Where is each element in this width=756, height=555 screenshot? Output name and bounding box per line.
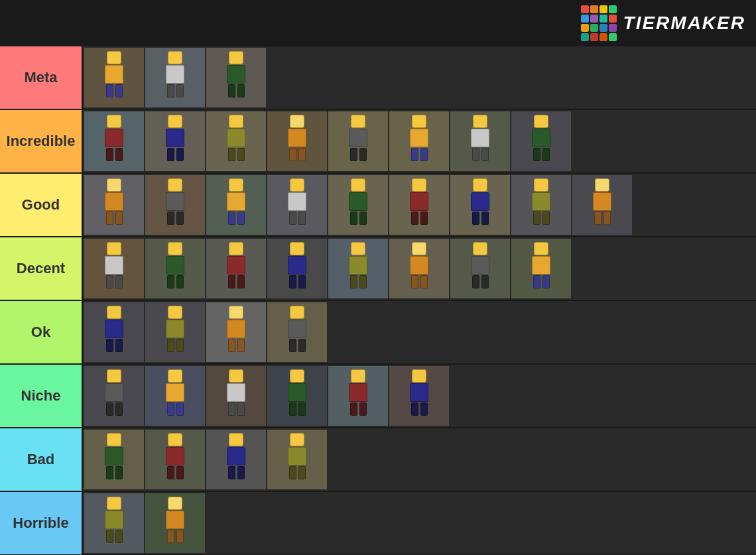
roblox-character: [334, 115, 383, 168]
list-item[interactable]: [389, 111, 449, 171]
list-item[interactable]: [328, 175, 388, 235]
roblox-character: [90, 178, 139, 231]
list-item[interactable]: [206, 175, 266, 235]
roblox-character: [151, 178, 200, 231]
list-item[interactable]: [145, 48, 205, 107]
list-item[interactable]: [206, 239, 266, 298]
list-item[interactable]: [267, 366, 327, 426]
list-item[interactable]: [511, 239, 571, 298]
list-item[interactable]: [84, 493, 144, 553]
roblox-character: [517, 115, 566, 168]
tier-label-bad: Bad: [0, 428, 83, 491]
roblox-character: [395, 242, 444, 295]
tier-label-niche: Niche: [0, 365, 83, 427]
list-item[interactable]: [145, 111, 205, 171]
roblox-character: [212, 306, 261, 359]
list-item[interactable]: [328, 239, 388, 298]
list-item[interactable]: [145, 366, 205, 426]
list-item[interactable]: [84, 430, 144, 489]
tier-row-good: Good: [0, 174, 756, 237]
roblox-character: [90, 115, 139, 168]
list-item[interactable]: [84, 175, 144, 235]
list-item[interactable]: [389, 239, 449, 298]
tier-label-horrible: Horrible: [0, 492, 83, 554]
list-item[interactable]: [389, 366, 449, 426]
roblox-character: [273, 306, 322, 359]
list-item[interactable]: [145, 239, 205, 298]
roblox-character: [212, 242, 261, 295]
list-item[interactable]: [572, 175, 632, 235]
tier-items-decent: [83, 237, 756, 300]
roblox-character: [395, 178, 444, 231]
roblox-character: [273, 178, 322, 231]
roblox-character: [151, 369, 200, 422]
tier-label-ok: Ok: [0, 301, 83, 363]
tier-row-meta: Meta: [0, 46, 756, 110]
roblox-character: [456, 242, 505, 295]
list-item[interactable]: [328, 111, 388, 171]
roblox-character: [212, 115, 261, 168]
list-item[interactable]: [206, 48, 266, 107]
roblox-character: [273, 242, 322, 295]
tier-label-meta: Meta: [0, 46, 83, 109]
roblox-character: [334, 369, 383, 422]
roblox-character: [90, 497, 139, 550]
roblox-character: [151, 242, 200, 295]
list-item[interactable]: [450, 175, 510, 235]
list-item[interactable]: [84, 111, 144, 171]
roblox-character: [395, 369, 444, 422]
list-item[interactable]: [145, 302, 205, 362]
list-item[interactable]: [389, 175, 449, 235]
list-item[interactable]: [145, 493, 205, 553]
roblox-character: [273, 115, 322, 168]
roblox-character: [151, 51, 200, 104]
list-item[interactable]: [84, 239, 144, 298]
list-item[interactable]: [450, 239, 510, 298]
tier-items-horrible: [83, 492, 756, 554]
header: TiERMAKER: [0, 0, 756, 46]
logo-grid: [581, 5, 617, 41]
list-item[interactable]: [206, 111, 266, 171]
list-item[interactable]: [511, 111, 571, 171]
roblox-character: [334, 178, 383, 231]
roblox-character: [273, 433, 322, 486]
list-item[interactable]: [206, 302, 266, 362]
tier-row-ok: Ok: [0, 301, 756, 365]
list-item[interactable]: [145, 430, 205, 489]
list-item[interactable]: [267, 430, 327, 489]
list-item[interactable]: [84, 366, 144, 426]
list-item[interactable]: [206, 430, 266, 489]
tier-items-niche: [83, 365, 756, 427]
tier-row-decent: Decent: [0, 237, 756, 301]
tier-label-good: Good: [0, 174, 83, 236]
roblox-character: [151, 306, 200, 359]
roblox-character: [90, 306, 139, 359]
roblox-character: [456, 115, 505, 168]
list-item[interactable]: [267, 175, 327, 235]
list-item[interactable]: [84, 302, 144, 362]
roblox-character: [90, 369, 139, 422]
list-item[interactable]: [206, 366, 266, 426]
tier-label-incredible: Incredible: [0, 110, 83, 172]
list-item[interactable]: [267, 111, 327, 171]
roblox-character: [578, 178, 627, 231]
tier-items-good: [83, 174, 756, 236]
tier-items-ok: [83, 301, 756, 363]
roblox-character: [151, 115, 200, 168]
app-container: TiERMAKER Meta: [0, 0, 756, 555]
logo-title: TiERMAKER: [623, 13, 745, 34]
tier-items-bad: [83, 428, 756, 491]
list-item[interactable]: [145, 175, 205, 235]
list-item[interactable]: [328, 366, 388, 426]
list-item[interactable]: [450, 111, 510, 171]
tier-list: Meta: [0, 46, 756, 555]
roblox-character: [151, 497, 200, 550]
list-item[interactable]: [84, 48, 144, 107]
roblox-character: [212, 369, 261, 422]
list-item[interactable]: [267, 239, 327, 298]
roblox-character: [273, 369, 322, 422]
list-item[interactable]: [511, 175, 571, 235]
roblox-character: [212, 178, 261, 231]
tiermaker-logo: TiERMAKER: [581, 5, 745, 41]
list-item[interactable]: [267, 302, 327, 362]
